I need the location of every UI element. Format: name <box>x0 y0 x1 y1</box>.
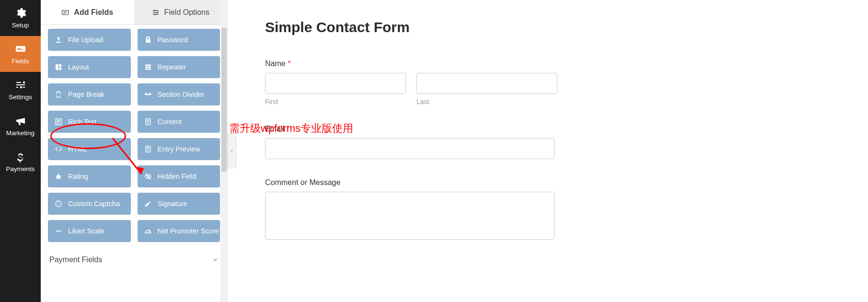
nav-setup-label: Setup <box>12 22 29 29</box>
svg-rect-3 <box>62 10 69 14</box>
nav-fields[interactable]: Fields <box>0 36 41 72</box>
panel-scrollbar-thumb[interactable] <box>221 28 227 172</box>
comment-textarea[interactable] <box>265 192 555 240</box>
hidden-icon <box>144 173 152 180</box>
svg-rect-12 <box>145 65 151 66</box>
field-label: Layout <box>68 63 89 71</box>
last-name-input[interactable] <box>417 73 557 94</box>
field-page-break[interactable]: Page Break <box>48 83 131 105</box>
nav-marketing-label: Marketing <box>6 129 35 137</box>
field-password[interactable]: Password <box>138 29 220 51</box>
field-label: HTML <box>68 145 87 153</box>
field-label: Repeater <box>158 63 186 71</box>
field-nps[interactable]: Net Promoter Score <box>138 220 220 242</box>
field-section-divider[interactable]: Section Divider <box>138 83 220 105</box>
payment-fields-label: Payment Fields <box>49 256 102 264</box>
svg-text:?: ? <box>58 202 59 206</box>
lock-icon <box>144 36 152 44</box>
field-label: Password <box>158 36 188 44</box>
tab-add-fields-label: Add Fields <box>74 8 113 17</box>
comment-label: Comment or Message <box>265 178 839 187</box>
tab-field-options[interactable]: Field Options <box>134 0 228 24</box>
field-hidden[interactable]: Hidden Field <box>138 165 220 187</box>
field-label: Content <box>158 118 182 126</box>
payment-fields-section[interactable]: Payment Fields <box>49 256 219 270</box>
star-icon <box>55 173 62 180</box>
preview-icon <box>144 145 152 153</box>
field-content[interactable]: Content <box>138 111 220 133</box>
upload-icon <box>55 36 62 44</box>
megaphone-icon <box>15 115 26 127</box>
field-custom-captcha[interactable]: ? Custom Captcha <box>48 193 131 215</box>
divider-icon <box>144 91 152 98</box>
field-entry-preview[interactable]: Entry Preview <box>138 138 220 160</box>
svg-rect-11 <box>59 68 61 70</box>
first-name-sublabel: First <box>265 98 406 105</box>
nav-settings-label: Settings <box>9 93 32 101</box>
nav-marketing[interactable]: Marketing <box>0 108 41 144</box>
svg-rect-2 <box>17 49 23 50</box>
signature-icon <box>144 200 152 208</box>
field-likert[interactable]: Likert Scale <box>48 220 131 242</box>
name-row: First Last <box>265 73 839 105</box>
nav-setup[interactable]: Setup <box>0 0 41 36</box>
field-label: Rating <box>68 173 88 180</box>
panel-collapse-button[interactable] <box>228 134 236 168</box>
field-label: Section Divider <box>158 91 205 98</box>
field-repeater[interactable]: Repeater <box>138 56 220 78</box>
tab-field-options-label: Field Options <box>164 8 209 17</box>
field-label: Rich Text <box>68 118 96 126</box>
primary-nav: Setup Fields Settings Marketing Payments <box>0 0 41 302</box>
email-input[interactable] <box>265 138 555 159</box>
field-label: Likert Scale <box>68 227 104 235</box>
svg-line-21 <box>148 231 150 233</box>
first-name-input[interactable] <box>265 73 406 94</box>
svg-rect-13 <box>145 67 151 68</box>
required-asterisk: * <box>288 59 290 68</box>
content-icon <box>144 118 152 126</box>
nav-settings[interactable]: Settings <box>0 72 41 108</box>
nav-payments[interactable]: Payments <box>0 144 41 180</box>
tab-add-fields[interactable]: Add Fields <box>41 0 134 24</box>
field-layout[interactable]: Layout <box>48 56 131 78</box>
gear-icon <box>15 7 26 19</box>
svg-rect-10 <box>59 64 61 67</box>
svg-rect-0 <box>16 46 25 52</box>
field-rich-text[interactable]: Rich Text <box>48 111 131 133</box>
nav-payments-label: Payments <box>6 165 35 173</box>
svg-point-6 <box>153 10 155 11</box>
pagebreak-icon <box>55 91 62 98</box>
nps-icon <box>144 227 152 235</box>
panel-tabs: Add Fields Field Options <box>41 0 227 25</box>
field-label: File Upload <box>68 36 103 44</box>
field-label: Entry Preview <box>158 145 200 153</box>
field-label: Signature <box>158 200 187 208</box>
svg-rect-14 <box>145 69 151 70</box>
field-label: Net Promoter Score <box>158 227 219 235</box>
field-file-upload[interactable]: File Upload <box>48 29 131 51</box>
email-label: Email * <box>265 125 839 133</box>
field-rating[interactable]: Rating <box>48 165 131 187</box>
field-types-grid: File Upload Password Layout Repeater Pag… <box>41 25 227 242</box>
panel-scrollbar-track[interactable] <box>220 0 227 302</box>
panel-collapse-column <box>228 0 236 302</box>
layout-icon <box>55 63 62 71</box>
field-label: Custom Captcha <box>68 200 120 208</box>
chevron-left-icon <box>230 149 234 153</box>
form-icon <box>15 43 26 55</box>
svg-point-8 <box>154 13 156 15</box>
field-label: Hidden Field <box>158 173 197 180</box>
svg-rect-9 <box>56 64 58 70</box>
captcha-icon: ? <box>55 200 62 208</box>
add-fields-icon <box>61 9 69 16</box>
svg-point-7 <box>156 12 158 13</box>
fields-panel: Add Fields Field Options File Upload Pas… <box>41 0 228 302</box>
field-signature[interactable]: Signature <box>138 193 220 215</box>
field-options-icon <box>152 9 160 16</box>
nav-fields-label: Fields <box>12 58 29 65</box>
field-html[interactable]: HTML <box>48 138 131 160</box>
last-name-sublabel: Last <box>417 98 557 105</box>
form-preview: Simple Contact Form Name * First Last Em… <box>236 0 868 302</box>
chevron-down-icon <box>212 256 219 263</box>
required-asterisk: * <box>286 125 289 133</box>
